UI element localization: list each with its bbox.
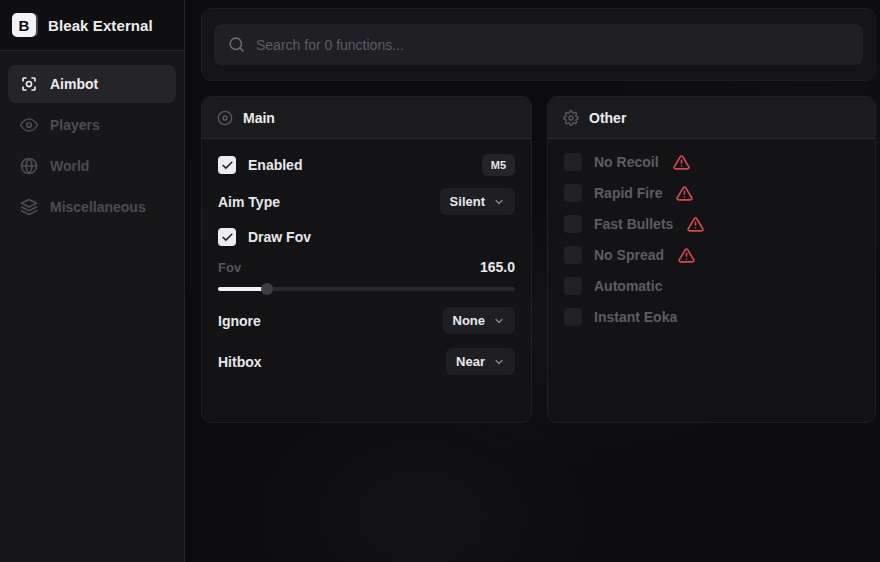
disc-icon <box>217 110 233 126</box>
app-title: Bleak External <box>48 17 153 34</box>
layers-icon <box>20 198 38 216</box>
main-panel: Main Enabled M5 Aim Type <box>201 96 532 423</box>
sidebar-item-label: World <box>50 158 89 174</box>
enabled-label: Enabled <box>248 157 302 173</box>
check-icon <box>221 231 234 244</box>
panels-row: Main Enabled M5 Aim Type <box>201 96 876 423</box>
hitbox-label: Hitbox <box>218 354 262 370</box>
sidebar-item-label: Players <box>50 117 100 133</box>
other-panel: Other No Recoil Rapid Fire <box>547 96 876 423</box>
automatic-label: Automatic <box>594 278 662 294</box>
main-content: Main Enabled M5 Aim Type <box>185 0 880 562</box>
sidebar-item-aimbot[interactable]: Aimbot <box>8 65 176 103</box>
aim-type-value: Silent <box>450 194 485 209</box>
sidebar-item-label: Miscellaneous <box>50 199 146 215</box>
search-box[interactable] <box>214 24 863 65</box>
main-panel-body: Enabled M5 Aim Type Silent <box>202 139 531 389</box>
other-panel-title: Other <box>589 110 626 126</box>
hitbox-select[interactable]: Near <box>446 348 515 375</box>
toggle-row-no-recoil: No Recoil <box>564 153 859 171</box>
sidebar-item-world[interactable]: World <box>8 147 176 185</box>
no-spread-label: No Spread <box>594 247 664 263</box>
automatic-checkbox[interactable] <box>564 277 582 295</box>
no-recoil-checkbox[interactable] <box>564 153 582 171</box>
aim-type-select[interactable]: Silent <box>440 188 515 215</box>
chevron-down-icon <box>493 356 505 368</box>
draw-fov-label: Draw Fov <box>248 229 311 245</box>
search-input[interactable] <box>256 37 849 53</box>
keybind-button[interactable]: M5 <box>482 154 515 176</box>
no-spread-checkbox[interactable] <box>564 246 582 264</box>
fast-bullets-label: Fast Bullets <box>594 216 673 232</box>
fov-value-row: Fov 165.0 <box>218 257 515 277</box>
hitbox-value: Near <box>456 354 485 369</box>
enabled-row: Enabled M5 <box>218 153 515 177</box>
ignore-label: Ignore <box>218 313 261 329</box>
ignore-value: None <box>453 313 486 328</box>
rapid-fire-label: Rapid Fire <box>594 185 662 201</box>
other-panel-header: Other <box>548 97 875 139</box>
toggle-row-instant-eoka: Instant Eoka <box>564 308 859 326</box>
rapid-fire-checkbox[interactable] <box>564 184 582 202</box>
warning-icon <box>687 216 704 233</box>
eye-icon <box>20 116 38 134</box>
fov-slider-thumb[interactable] <box>261 283 273 295</box>
app-logo-letter: B <box>19 17 30 34</box>
fov-label: Fov <box>218 260 241 275</box>
toggle-row-fast-bullets: Fast Bullets <box>564 215 859 233</box>
search-icon <box>228 36 245 53</box>
chevron-down-icon <box>493 196 505 208</box>
toggle-row-no-spread: No Spread <box>564 246 859 264</box>
app-logo: B <box>12 13 36 37</box>
no-recoil-label: No Recoil <box>594 154 659 170</box>
fast-bullets-checkbox[interactable] <box>564 215 582 233</box>
fov-slider-fill <box>218 287 267 291</box>
warning-icon <box>678 247 695 264</box>
draw-fov-row: Draw Fov <box>218 225 515 249</box>
instant-eoka-checkbox[interactable] <box>564 308 582 326</box>
fov-slider[interactable] <box>218 283 515 295</box>
aim-type-row: Aim Type Silent <box>218 188 515 215</box>
gear-icon <box>563 110 579 126</box>
main-panel-title: Main <box>243 110 275 126</box>
check-icon <box>221 159 234 172</box>
chevron-down-icon <box>493 315 505 327</box>
sidebar-header: B Bleak External <box>0 0 184 51</box>
toggle-row-rapid-fire: Rapid Fire <box>564 184 859 202</box>
warning-icon <box>673 154 690 171</box>
main-panel-header: Main <box>202 97 531 139</box>
globe-icon <box>20 157 38 175</box>
ignore-row: Ignore None <box>218 307 515 334</box>
search-panel <box>201 8 876 81</box>
toggle-row-automatic: Automatic <box>564 277 859 295</box>
sidebar-item-players[interactable]: Players <box>8 106 176 144</box>
ignore-select[interactable]: None <box>443 307 516 334</box>
enabled-checkbox[interactable] <box>218 156 236 174</box>
fov-value: 165.0 <box>480 259 515 275</box>
draw-fov-checkbox[interactable] <box>218 228 236 246</box>
warning-icon <box>676 185 693 202</box>
sidebar-item-label: Aimbot <box>50 76 98 92</box>
sidebar-item-miscellaneous[interactable]: Miscellaneous <box>8 188 176 226</box>
aim-type-label: Aim Type <box>218 194 280 210</box>
crosshair-icon <box>20 75 38 93</box>
instant-eoka-label: Instant Eoka <box>594 309 677 325</box>
hitbox-row: Hitbox Near <box>218 348 515 375</box>
sidebar: B Bleak External Aimbot Players <box>0 0 185 562</box>
other-panel-body: No Recoil Rapid Fire <box>548 139 875 353</box>
sidebar-nav: Aimbot Players World <box>0 51 184 562</box>
